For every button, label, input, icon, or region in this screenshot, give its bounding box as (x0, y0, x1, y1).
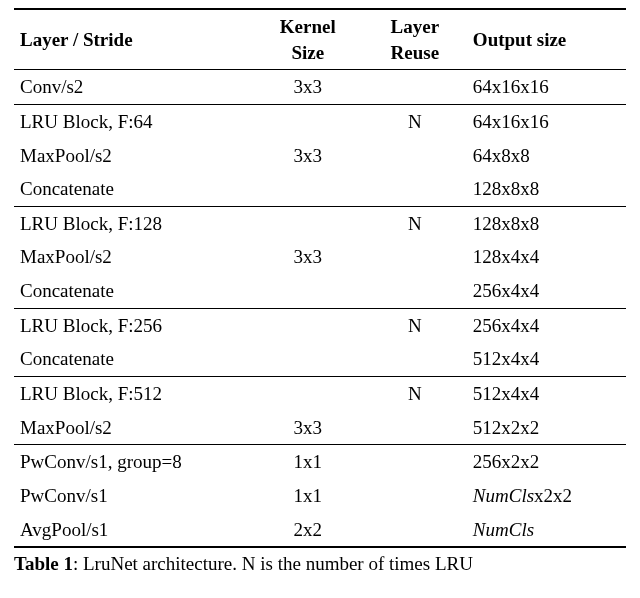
cell-reuse (363, 274, 467, 308)
col-header-reuse-l1: Layer (391, 16, 440, 37)
cell-reuse: N (363, 104, 467, 138)
cell-layer: LRU Block, F:256 (14, 308, 253, 342)
cell-output: 128x4x4 (467, 240, 626, 274)
cell-kernel: 3x3 (253, 240, 363, 274)
table-head: Layer / Stride Kernel Size Layer Reuse O… (14, 9, 626, 70)
cell-reuse (363, 139, 467, 173)
cell-layer: Concatenate (14, 172, 253, 206)
cell-kernel: 3x3 (253, 70, 363, 105)
cell-layer: MaxPool/s2 (14, 139, 253, 173)
col-header-layer: Layer / Stride (14, 9, 253, 70)
table-row: MaxPool/s23x364x8x8 (14, 139, 626, 173)
table-row: PwConv/s11x1NumClsx2x2 (14, 479, 626, 513)
output-ital: NumCls (473, 519, 534, 540)
cell-layer: MaxPool/s2 (14, 411, 253, 445)
table-row: LRU Block, F:64N64x16x16 (14, 104, 626, 138)
table-row: Concatenate512x4x4 (14, 342, 626, 376)
cell-output: 128x8x8 (467, 206, 626, 240)
cell-output: 512x4x4 (467, 342, 626, 376)
cell-kernel: 1x1 (253, 445, 363, 479)
cell-kernel (253, 342, 363, 376)
col-header-reuse: Layer Reuse (363, 9, 467, 70)
cell-output: 64x16x16 (467, 70, 626, 105)
cell-output: 256x4x4 (467, 308, 626, 342)
table-row: MaxPool/s23x3128x4x4 (14, 240, 626, 274)
table-caption: Table 1: LruNet architecture. N is the n… (14, 552, 626, 577)
cell-reuse (363, 70, 467, 105)
cell-reuse (363, 445, 467, 479)
table-row: LRU Block, F:512N512x4x4 (14, 377, 626, 411)
cell-reuse (363, 342, 467, 376)
cell-reuse (363, 479, 467, 513)
cell-layer: Concatenate (14, 342, 253, 376)
cell-reuse: N (363, 206, 467, 240)
table-row: LRU Block, F:128N128x8x8 (14, 206, 626, 240)
table-body: Conv/s23x364x16x16LRU Block, F:64N64x16x… (14, 70, 626, 548)
architecture-table: Layer / Stride Kernel Size Layer Reuse O… (14, 8, 626, 548)
col-header-kernel-l1: Kernel (280, 16, 336, 37)
table-row: LRU Block, F:256N256x4x4 (14, 308, 626, 342)
table-caption-text: : LruNet architecture. N is the number o… (73, 553, 473, 574)
table-row: Concatenate128x8x8 (14, 172, 626, 206)
cell-kernel (253, 377, 363, 411)
cell-layer: Concatenate (14, 274, 253, 308)
cell-layer: PwConv/s1 (14, 479, 253, 513)
header-row: Layer / Stride Kernel Size Layer Reuse O… (14, 9, 626, 70)
cell-output: 128x8x8 (467, 172, 626, 206)
cell-output: 512x4x4 (467, 377, 626, 411)
cell-reuse (363, 411, 467, 445)
cell-layer: PwConv/s1, group=8 (14, 445, 253, 479)
col-header-kernel-l2: Size (291, 42, 324, 63)
cell-kernel: 2x2 (253, 513, 363, 548)
col-header-output: Output size (467, 9, 626, 70)
cell-layer: Conv/s2 (14, 70, 253, 105)
cell-layer: LRU Block, F:512 (14, 377, 253, 411)
cell-kernel: 1x1 (253, 479, 363, 513)
table-row: Conv/s23x364x16x16 (14, 70, 626, 105)
cell-output: 256x2x2 (467, 445, 626, 479)
cell-reuse (363, 240, 467, 274)
cell-kernel (253, 104, 363, 138)
cell-kernel (253, 172, 363, 206)
col-header-kernel: Kernel Size (253, 9, 363, 70)
cell-layer: LRU Block, F:64 (14, 104, 253, 138)
cell-output: 512x2x2 (467, 411, 626, 445)
table-caption-label: Table 1 (14, 553, 73, 574)
table-row: Concatenate256x4x4 (14, 274, 626, 308)
cell-reuse (363, 172, 467, 206)
cell-layer: AvgPool/s1 (14, 513, 253, 548)
table-row: AvgPool/s12x2NumCls (14, 513, 626, 548)
cell-output: 64x16x16 (467, 104, 626, 138)
cell-output: NumCls (467, 513, 626, 548)
table-row: PwConv/s1, group=81x1256x2x2 (14, 445, 626, 479)
cell-kernel: 3x3 (253, 139, 363, 173)
cell-kernel: 3x3 (253, 411, 363, 445)
cell-kernel (253, 206, 363, 240)
cell-layer: MaxPool/s2 (14, 240, 253, 274)
table-wrapper: Layer / Stride Kernel Size Layer Reuse O… (0, 0, 640, 577)
output-suffix: x2x2 (534, 485, 572, 506)
cell-output: NumClsx2x2 (467, 479, 626, 513)
col-header-reuse-l2: Reuse (391, 42, 440, 63)
rule-cell (14, 547, 626, 548)
cell-kernel (253, 308, 363, 342)
output-ital: NumCls (473, 485, 534, 506)
cell-reuse: N (363, 308, 467, 342)
table-bottom-rule (14, 547, 626, 548)
cell-output: 256x4x4 (467, 274, 626, 308)
cell-reuse: N (363, 377, 467, 411)
cell-kernel (253, 274, 363, 308)
cell-reuse (363, 513, 467, 548)
table-row: MaxPool/s23x3512x2x2 (14, 411, 626, 445)
cell-output: 64x8x8 (467, 139, 626, 173)
cell-layer: LRU Block, F:128 (14, 206, 253, 240)
